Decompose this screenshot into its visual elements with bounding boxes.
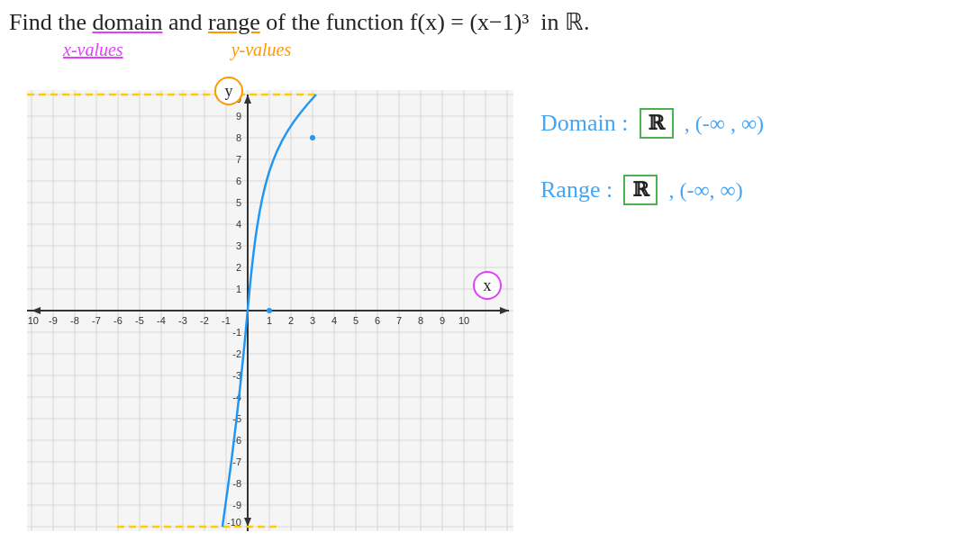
svg-text:8: 8 — [236, 132, 241, 143]
svg-text:-4: -4 — [157, 315, 166, 326]
svg-text:8: 8 — [418, 315, 423, 326]
svg-text:1: 1 — [267, 315, 272, 326]
svg-text:5: 5 — [236, 197, 241, 208]
range-r-box: ℝ — [623, 175, 658, 205]
svg-text:-6: -6 — [113, 315, 122, 326]
svg-text:10: 10 — [458, 315, 469, 326]
svg-text:3: 3 — [310, 315, 315, 326]
svg-text:-8: -8 — [70, 315, 79, 326]
svg-text:-9: -9 — [49, 315, 58, 326]
svg-text:-1: -1 — [222, 315, 231, 326]
range-row: Range : ℝ , (-∞, ∞) — [540, 175, 962, 205]
svg-text:-3: -3 — [178, 315, 187, 326]
svg-text:-7: -7 — [92, 315, 101, 326]
svg-text:1: 1 — [236, 284, 241, 294]
x-axis-label-circle: x — [473, 271, 502, 300]
svg-text:6: 6 — [375, 315, 380, 326]
y-label: y — [225, 82, 233, 101]
svg-point-93 — [310, 135, 315, 140]
title-area: Find the domain and range of the functio… — [9, 7, 971, 60]
domain-interval: , (-∞ , ∞) — [685, 112, 764, 136]
coordinate-graph: -1 -2 -3 -4 -5 -6 -7 -8 -9 -10 1 2 3 4 5… — [27, 90, 513, 531]
svg-text:3: 3 — [236, 240, 241, 251]
x-label: x — [484, 276, 492, 295]
svg-text:-1: -1 — [232, 327, 241, 338]
svg-text:7: 7 — [236, 154, 241, 165]
svg-text:5: 5 — [353, 315, 358, 326]
svg-text:9: 9 — [236, 111, 241, 122]
svg-text:-5: -5 — [135, 315, 144, 326]
subtitle-row: x-values y-values — [9, 40, 971, 60]
range-word: range — [208, 9, 260, 35]
domain-label: Domain : — [540, 110, 629, 137]
svg-text:-2: -2 — [200, 315, 209, 326]
svg-text:-2: -2 — [232, 348, 241, 359]
svg-text:4: 4 — [236, 219, 241, 230]
domain-word: domain — [92, 9, 162, 35]
svg-text:2: 2 — [288, 315, 294, 326]
range-interval: , (-∞, ∞) — [668, 178, 742, 203]
svg-point-94 — [267, 308, 272, 313]
svg-text:-8: -8 — [232, 478, 241, 489]
svg-text:6: 6 — [236, 176, 241, 186]
title-text: Find the domain and range of the functio… — [9, 7, 971, 38]
svg-text:4: 4 — [331, 315, 337, 326]
y-values-label: y-values — [231, 40, 292, 60]
svg-text:-9: -9 — [232, 500, 241, 510]
svg-text:9: 9 — [440, 315, 445, 326]
domain-r-box: ℝ — [640, 108, 674, 139]
x-values-label: x-values — [63, 40, 123, 60]
svg-text:7: 7 — [396, 315, 402, 326]
y-axis-label-circle: y — [214, 77, 243, 105]
main-container: Find the domain and range of the functio… — [0, 0, 980, 551]
svg-text:2: 2 — [236, 262, 241, 273]
graph-container: y x — [18, 77, 522, 536]
range-label: Range : — [540, 176, 612, 203]
info-panel: Domain : ℝ , (-∞ , ∞) Range : ℝ , (-∞, ∞… — [540, 108, 962, 241]
domain-row: Domain : ℝ , (-∞ , ∞) — [540, 108, 962, 139]
svg-text:-10: -10 — [27, 315, 39, 326]
svg-text:-7: -7 — [232, 456, 241, 467]
